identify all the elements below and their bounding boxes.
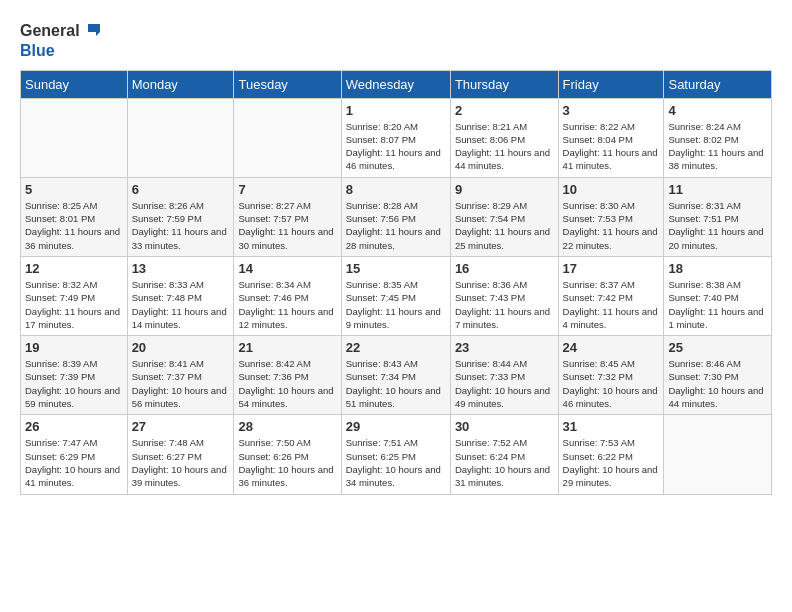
day-number: 30 <box>455 419 554 434</box>
day-number: 6 <box>132 182 230 197</box>
day-info: Sunrise: 8:31 AM Sunset: 7:51 PM Dayligh… <box>668 199 767 252</box>
calendar-week-row: 19Sunrise: 8:39 AM Sunset: 7:39 PM Dayli… <box>21 336 772 415</box>
day-info: Sunrise: 7:50 AM Sunset: 6:26 PM Dayligh… <box>238 436 336 489</box>
calendar-week-row: 5Sunrise: 8:25 AM Sunset: 8:01 PM Daylig… <box>21 177 772 256</box>
calendar-cell: 16Sunrise: 8:36 AM Sunset: 7:43 PM Dayli… <box>450 256 558 335</box>
day-number: 29 <box>346 419 446 434</box>
day-number: 11 <box>668 182 767 197</box>
calendar-cell: 19Sunrise: 8:39 AM Sunset: 7:39 PM Dayli… <box>21 336 128 415</box>
weekday-header-wednesday: Wednesday <box>341 70 450 98</box>
calendar-cell: 27Sunrise: 7:48 AM Sunset: 6:27 PM Dayli… <box>127 415 234 494</box>
logo-general-text: General <box>20 22 80 40</box>
day-number: 28 <box>238 419 336 434</box>
day-info: Sunrise: 8:33 AM Sunset: 7:48 PM Dayligh… <box>132 278 230 331</box>
day-info: Sunrise: 8:45 AM Sunset: 7:32 PM Dayligh… <box>563 357 660 410</box>
calendar-week-row: 1Sunrise: 8:20 AM Sunset: 8:07 PM Daylig… <box>21 98 772 177</box>
day-info: Sunrise: 8:43 AM Sunset: 7:34 PM Dayligh… <box>346 357 446 410</box>
day-info: Sunrise: 8:46 AM Sunset: 7:30 PM Dayligh… <box>668 357 767 410</box>
weekday-header-saturday: Saturday <box>664 70 772 98</box>
calendar-cell: 25Sunrise: 8:46 AM Sunset: 7:30 PM Dayli… <box>664 336 772 415</box>
day-info: Sunrise: 8:25 AM Sunset: 8:01 PM Dayligh… <box>25 199 123 252</box>
calendar-cell: 17Sunrise: 8:37 AM Sunset: 7:42 PM Dayli… <box>558 256 664 335</box>
day-info: Sunrise: 8:34 AM Sunset: 7:46 PM Dayligh… <box>238 278 336 331</box>
day-number: 1 <box>346 103 446 118</box>
day-number: 19 <box>25 340 123 355</box>
calendar-week-row: 26Sunrise: 7:47 AM Sunset: 6:29 PM Dayli… <box>21 415 772 494</box>
day-info: Sunrise: 8:22 AM Sunset: 8:04 PM Dayligh… <box>563 120 660 173</box>
weekday-header-sunday: Sunday <box>21 70 128 98</box>
calendar-cell: 14Sunrise: 8:34 AM Sunset: 7:46 PM Dayli… <box>234 256 341 335</box>
calendar-cell: 3Sunrise: 8:22 AM Sunset: 8:04 PM Daylig… <box>558 98 664 177</box>
day-info: Sunrise: 7:48 AM Sunset: 6:27 PM Dayligh… <box>132 436 230 489</box>
calendar-cell: 4Sunrise: 8:24 AM Sunset: 8:02 PM Daylig… <box>664 98 772 177</box>
weekday-header-friday: Friday <box>558 70 664 98</box>
calendar-cell: 13Sunrise: 8:33 AM Sunset: 7:48 PM Dayli… <box>127 256 234 335</box>
calendar-week-row: 12Sunrise: 8:32 AM Sunset: 7:49 PM Dayli… <box>21 256 772 335</box>
day-info: Sunrise: 8:30 AM Sunset: 7:53 PM Dayligh… <box>563 199 660 252</box>
day-number: 16 <box>455 261 554 276</box>
calendar-cell: 8Sunrise: 8:28 AM Sunset: 7:56 PM Daylig… <box>341 177 450 256</box>
day-number: 24 <box>563 340 660 355</box>
day-info: Sunrise: 8:24 AM Sunset: 8:02 PM Dayligh… <box>668 120 767 173</box>
day-number: 2 <box>455 103 554 118</box>
day-number: 15 <box>346 261 446 276</box>
calendar-cell: 30Sunrise: 7:52 AM Sunset: 6:24 PM Dayli… <box>450 415 558 494</box>
day-info: Sunrise: 8:29 AM Sunset: 7:54 PM Dayligh… <box>455 199 554 252</box>
day-info: Sunrise: 8:41 AM Sunset: 7:37 PM Dayligh… <box>132 357 230 410</box>
day-number: 21 <box>238 340 336 355</box>
calendar-cell: 21Sunrise: 8:42 AM Sunset: 7:36 PM Dayli… <box>234 336 341 415</box>
weekday-header-tuesday: Tuesday <box>234 70 341 98</box>
calendar-cell <box>234 98 341 177</box>
calendar-cell: 20Sunrise: 8:41 AM Sunset: 7:37 PM Dayli… <box>127 336 234 415</box>
calendar-cell: 23Sunrise: 8:44 AM Sunset: 7:33 PM Dayli… <box>450 336 558 415</box>
day-number: 17 <box>563 261 660 276</box>
day-info: Sunrise: 8:35 AM Sunset: 7:45 PM Dayligh… <box>346 278 446 331</box>
calendar-cell: 11Sunrise: 8:31 AM Sunset: 7:51 PM Dayli… <box>664 177 772 256</box>
day-number: 12 <box>25 261 123 276</box>
calendar-cell: 5Sunrise: 8:25 AM Sunset: 8:01 PM Daylig… <box>21 177 128 256</box>
day-info: Sunrise: 8:44 AM Sunset: 7:33 PM Dayligh… <box>455 357 554 410</box>
day-number: 3 <box>563 103 660 118</box>
calendar-cell: 18Sunrise: 8:38 AM Sunset: 7:40 PM Dayli… <box>664 256 772 335</box>
calendar-cell <box>664 415 772 494</box>
day-number: 10 <box>563 182 660 197</box>
day-number: 7 <box>238 182 336 197</box>
calendar-table: SundayMondayTuesdayWednesdayThursdayFrid… <box>20 70 772 495</box>
logo: General Blue <box>20 20 104 60</box>
day-info: Sunrise: 8:32 AM Sunset: 7:49 PM Dayligh… <box>25 278 123 331</box>
calendar-cell <box>21 98 128 177</box>
day-number: 23 <box>455 340 554 355</box>
calendar-cell: 29Sunrise: 7:51 AM Sunset: 6:25 PM Dayli… <box>341 415 450 494</box>
calendar-cell: 1Sunrise: 8:20 AM Sunset: 8:07 PM Daylig… <box>341 98 450 177</box>
calendar-cell: 2Sunrise: 8:21 AM Sunset: 8:06 PM Daylig… <box>450 98 558 177</box>
day-info: Sunrise: 8:38 AM Sunset: 7:40 PM Dayligh… <box>668 278 767 331</box>
day-number: 18 <box>668 261 767 276</box>
logo-arrow-icon <box>82 20 104 42</box>
weekday-header-thursday: Thursday <box>450 70 558 98</box>
calendar-cell: 9Sunrise: 8:29 AM Sunset: 7:54 PM Daylig… <box>450 177 558 256</box>
calendar-cell: 15Sunrise: 8:35 AM Sunset: 7:45 PM Dayli… <box>341 256 450 335</box>
day-number: 9 <box>455 182 554 197</box>
calendar-cell: 26Sunrise: 7:47 AM Sunset: 6:29 PM Dayli… <box>21 415 128 494</box>
calendar-cell: 10Sunrise: 8:30 AM Sunset: 7:53 PM Dayli… <box>558 177 664 256</box>
day-info: Sunrise: 7:52 AM Sunset: 6:24 PM Dayligh… <box>455 436 554 489</box>
calendar-cell <box>127 98 234 177</box>
day-info: Sunrise: 8:42 AM Sunset: 7:36 PM Dayligh… <box>238 357 336 410</box>
day-number: 22 <box>346 340 446 355</box>
day-number: 14 <box>238 261 336 276</box>
day-number: 5 <box>25 182 123 197</box>
day-number: 25 <box>668 340 767 355</box>
day-info: Sunrise: 8:21 AM Sunset: 8:06 PM Dayligh… <box>455 120 554 173</box>
header: General Blue <box>20 20 772 60</box>
calendar-cell: 22Sunrise: 8:43 AM Sunset: 7:34 PM Dayli… <box>341 336 450 415</box>
day-info: Sunrise: 7:51 AM Sunset: 6:25 PM Dayligh… <box>346 436 446 489</box>
day-info: Sunrise: 8:37 AM Sunset: 7:42 PM Dayligh… <box>563 278 660 331</box>
day-number: 27 <box>132 419 230 434</box>
calendar-cell: 6Sunrise: 8:26 AM Sunset: 7:59 PM Daylig… <box>127 177 234 256</box>
day-info: Sunrise: 7:53 AM Sunset: 6:22 PM Dayligh… <box>563 436 660 489</box>
day-info: Sunrise: 8:26 AM Sunset: 7:59 PM Dayligh… <box>132 199 230 252</box>
day-info: Sunrise: 8:27 AM Sunset: 7:57 PM Dayligh… <box>238 199 336 252</box>
day-info: Sunrise: 8:28 AM Sunset: 7:56 PM Dayligh… <box>346 199 446 252</box>
day-number: 8 <box>346 182 446 197</box>
calendar-cell: 12Sunrise: 8:32 AM Sunset: 7:49 PM Dayli… <box>21 256 128 335</box>
